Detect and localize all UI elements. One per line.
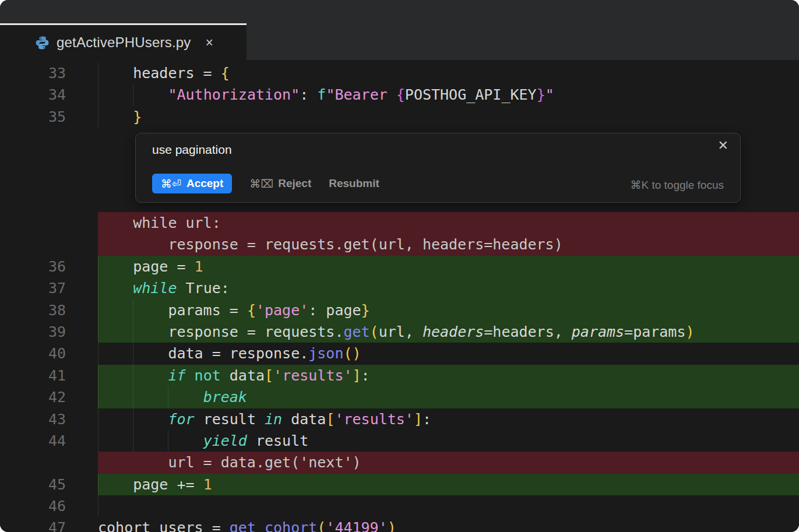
code-line[interactable]: 45 page += 1: [0, 474, 799, 495]
code-block-top: 33 headers = {34 "Authorization": f"Bear…: [0, 62, 799, 128]
code-line[interactable]: 33 headers = {: [0, 62, 799, 84]
code-line[interactable]: 38 params = {'page': page}: [0, 300, 799, 321]
code-token: [: [326, 411, 335, 428]
line-number: 34: [0, 84, 66, 105]
code-token: [98, 432, 203, 449]
code-token: url = data.get('next'): [98, 454, 361, 471]
code-token: 'results': [335, 411, 413, 428]
code-line[interactable]: 35 }: [0, 106, 799, 128]
cmd-delete-icon: ⌘⌧: [249, 177, 273, 190]
line-number: 42: [0, 386, 66, 408]
line-number: 44: [0, 430, 66, 452]
tab-filename: getActivePHUsers.py: [57, 34, 191, 51]
line-number: 43: [0, 408, 66, 430]
cmd-return-icon: ⌘⏎: [161, 177, 181, 190]
code-token: page +=: [98, 476, 203, 493]
code-token: url,: [379, 323, 423, 340]
accept-label: Accept: [186, 177, 223, 190]
code-line[interactable]: response = requests.get(url, headers=hea…: [0, 234, 799, 255]
line-number: 41: [0, 365, 66, 386]
line-number: 36: [0, 256, 66, 277]
code-token: cohort_users =: [98, 519, 230, 532]
python-icon: [35, 36, 50, 50]
code-token: {: [396, 86, 405, 103]
line-number: 40: [0, 343, 66, 364]
code-token: params =: [98, 302, 247, 319]
tab-getActivePHUsers[interactable]: getActivePHUsers.py ×: [0, 23, 247, 60]
code-token: [98, 411, 168, 428]
code-token: (): [343, 345, 361, 362]
code-token: data: [221, 367, 265, 384]
code-token: [98, 389, 203, 406]
code-token: headers =: [98, 65, 221, 82]
code-token: POSTHOG_API_KEY: [405, 86, 537, 103]
code-line[interactable]: 46: [0, 495, 799, 517]
editor-window: getActivePHUsers.py × 33 headers = {34 "…: [0, 0, 799, 532]
code-token: '44199': [326, 519, 387, 532]
code-line[interactable]: 36 page = 1: [0, 256, 799, 277]
code-editor[interactable]: 33 headers = {34 "Authorization": f"Bear…: [0, 60, 799, 532]
code-token: }: [361, 302, 370, 319]
code-token: data = response.: [98, 345, 308, 362]
focus-hint: ⌘K to toggle focus: [630, 178, 724, 192]
close-icon[interactable]: ✕: [714, 137, 732, 154]
code-token: get: [343, 323, 369, 340]
code-token: 1: [195, 258, 203, 275]
prompt-text[interactable]: use pagination: [152, 143, 232, 157]
code-token: =params: [624, 323, 685, 340]
code-line[interactable]: 43 for result in data['results']:: [0, 408, 799, 430]
resubmit-button[interactable]: Resubmit: [329, 177, 379, 190]
line-number: [0, 234, 66, 255]
code-token: if: [168, 367, 185, 384]
code-token: yield: [203, 432, 247, 449]
code-token: break: [203, 389, 247, 406]
code-token: result: [195, 411, 265, 428]
code-token: page =: [98, 258, 195, 275]
tab-close-icon[interactable]: ×: [203, 35, 216, 51]
accept-button[interactable]: ⌘⏎ Accept: [152, 174, 232, 193]
code-token: {: [247, 302, 256, 319]
code-line[interactable]: 42 break: [0, 386, 799, 408]
code-token: :: [423, 411, 431, 428]
reject-button[interactable]: ⌘⌧ Reject: [249, 177, 311, 190]
code-token: in: [265, 411, 282, 428]
code-token: ]: [353, 367, 361, 384]
line-number: 35: [0, 106, 66, 128]
code-line[interactable]: 37 while True:: [0, 277, 799, 299]
code-token: while url:: [98, 214, 221, 231]
code-token: (: [370, 323, 379, 340]
code-token: [98, 86, 168, 103]
code-line[interactable]: url = data.get('next'): [0, 452, 799, 473]
code-token: ): [388, 519, 396, 532]
code-line[interactable]: while url:: [0, 212, 799, 234]
line-number: [0, 212, 66, 234]
code-token: ): [685, 323, 694, 340]
code-line[interactable]: 44 yield result: [0, 430, 799, 452]
resubmit-label: Resubmit: [329, 177, 379, 190]
code-token: f: [317, 86, 326, 103]
code-token: "Bearer: [326, 86, 396, 103]
code-token: "Authorization": [168, 86, 300, 103]
code-line[interactable]: 47cohort_users = get_cohort('44199'): [0, 517, 799, 532]
code-token: while: [133, 280, 177, 297]
inline-ai-prompt: use pagination ✕ ⌘⏎ Accept ⌘⌧ Reject Res…: [135, 133, 741, 203]
code-line[interactable]: 41 if not data['results']:: [0, 365, 799, 386]
code-token: }: [133, 108, 142, 125]
code-token: 'page': [256, 302, 308, 319]
code-token: get_cohort: [230, 519, 318, 532]
code-token: params: [572, 323, 624, 340]
code-token: ": [545, 86, 554, 103]
code-token: [98, 108, 133, 125]
line-number: [0, 452, 66, 473]
code-token: (: [317, 519, 326, 532]
code-token: 'results': [273, 367, 352, 384]
line-number: 37: [0, 277, 66, 299]
indent-guide: [98, 495, 98, 517]
code-line[interactable]: 39 response = requests.get(url, headers=…: [0, 321, 799, 343]
code-token: headers: [423, 323, 484, 340]
code-line[interactable]: 34 "Authorization": f"Bearer {POSTHOG_AP…: [0, 84, 799, 105]
prompt-actions: ⌘⏎ Accept ⌘⌧ Reject Resubmit: [152, 174, 379, 193]
code-line[interactable]: 40 data = response.json(): [0, 343, 799, 364]
code-token: not: [195, 367, 221, 384]
code-block-bottom: while url: response = requests.get(url, …: [0, 212, 799, 532]
